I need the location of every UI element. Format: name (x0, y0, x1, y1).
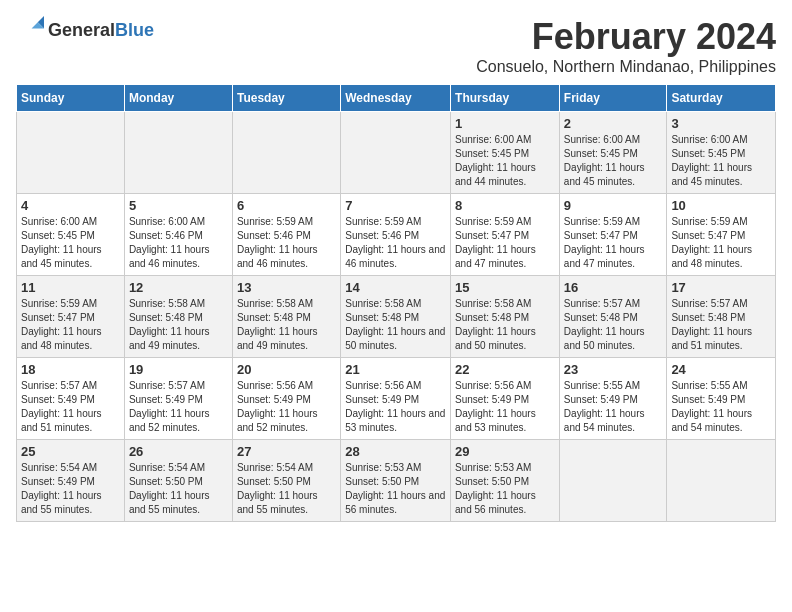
table-row: 2 Sunrise: 6:00 AMSunset: 5:45 PMDayligh… (559, 112, 667, 194)
calendar-week-row: 1 Sunrise: 6:00 AMSunset: 5:45 PMDayligh… (17, 112, 776, 194)
day-detail: Sunrise: 5:58 AMSunset: 5:48 PMDaylight:… (455, 298, 536, 351)
header-friday: Friday (559, 85, 667, 112)
header-sunday: Sunday (17, 85, 125, 112)
table-row (232, 112, 340, 194)
table-row: 15 Sunrise: 5:58 AMSunset: 5:48 PMDaylig… (451, 276, 560, 358)
day-number: 27 (237, 444, 336, 459)
header: GeneralBlue February 2024 Consuelo, Nort… (16, 16, 776, 76)
header-tuesday: Tuesday (232, 85, 340, 112)
table-row (559, 440, 667, 522)
calendar-week-row: 18 Sunrise: 5:57 AMSunset: 5:49 PMDaylig… (17, 358, 776, 440)
logo-blue: Blue (115, 20, 154, 40)
day-detail: Sunrise: 5:58 AMSunset: 5:48 PMDaylight:… (345, 298, 445, 351)
day-detail: Sunrise: 5:57 AMSunset: 5:48 PMDaylight:… (671, 298, 752, 351)
day-detail: Sunrise: 5:57 AMSunset: 5:49 PMDaylight:… (129, 380, 210, 433)
table-row: 9 Sunrise: 5:59 AMSunset: 5:47 PMDayligh… (559, 194, 667, 276)
table-row: 29 Sunrise: 5:53 AMSunset: 5:50 PMDaylig… (451, 440, 560, 522)
day-number: 5 (129, 198, 228, 213)
day-detail: Sunrise: 5:56 AMSunset: 5:49 PMDaylight:… (455, 380, 536, 433)
day-number: 11 (21, 280, 120, 295)
day-number: 15 (455, 280, 555, 295)
table-row: 23 Sunrise: 5:55 AMSunset: 5:49 PMDaylig… (559, 358, 667, 440)
table-row: 25 Sunrise: 5:54 AMSunset: 5:49 PMDaylig… (17, 440, 125, 522)
table-row: 6 Sunrise: 5:59 AMSunset: 5:46 PMDayligh… (232, 194, 340, 276)
day-number: 8 (455, 198, 555, 213)
table-row: 26 Sunrise: 5:54 AMSunset: 5:50 PMDaylig… (124, 440, 232, 522)
table-row: 19 Sunrise: 5:57 AMSunset: 5:49 PMDaylig… (124, 358, 232, 440)
day-detail: Sunrise: 5:59 AMSunset: 5:47 PMDaylight:… (21, 298, 102, 351)
table-row (17, 112, 125, 194)
table-row: 8 Sunrise: 5:59 AMSunset: 5:47 PMDayligh… (451, 194, 560, 276)
title-area: February 2024 Consuelo, Northern Mindana… (476, 16, 776, 76)
day-detail: Sunrise: 5:56 AMSunset: 5:49 PMDaylight:… (345, 380, 445, 433)
day-number: 22 (455, 362, 555, 377)
day-number: 7 (345, 198, 446, 213)
month-title: February 2024 (476, 16, 776, 58)
table-row: 20 Sunrise: 5:56 AMSunset: 5:49 PMDaylig… (232, 358, 340, 440)
days-header-row: Sunday Monday Tuesday Wednesday Thursday… (17, 85, 776, 112)
day-detail: Sunrise: 6:00 AMSunset: 5:45 PMDaylight:… (671, 134, 752, 187)
table-row: 28 Sunrise: 5:53 AMSunset: 5:50 PMDaylig… (341, 440, 451, 522)
day-detail: Sunrise: 5:55 AMSunset: 5:49 PMDaylight:… (671, 380, 752, 433)
table-row: 11 Sunrise: 5:59 AMSunset: 5:47 PMDaylig… (17, 276, 125, 358)
logo: GeneralBlue (16, 16, 154, 44)
header-thursday: Thursday (451, 85, 560, 112)
day-number: 3 (671, 116, 771, 131)
day-number: 6 (237, 198, 336, 213)
table-row: 21 Sunrise: 5:56 AMSunset: 5:49 PMDaylig… (341, 358, 451, 440)
day-detail: Sunrise: 5:56 AMSunset: 5:49 PMDaylight:… (237, 380, 318, 433)
day-detail: Sunrise: 5:53 AMSunset: 5:50 PMDaylight:… (345, 462, 445, 515)
table-row: 24 Sunrise: 5:55 AMSunset: 5:49 PMDaylig… (667, 358, 776, 440)
day-detail: Sunrise: 6:00 AMSunset: 5:45 PMDaylight:… (564, 134, 645, 187)
day-number: 24 (671, 362, 771, 377)
table-row (667, 440, 776, 522)
day-number: 13 (237, 280, 336, 295)
table-row: 10 Sunrise: 5:59 AMSunset: 5:47 PMDaylig… (667, 194, 776, 276)
table-row: 17 Sunrise: 5:57 AMSunset: 5:48 PMDaylig… (667, 276, 776, 358)
day-detail: Sunrise: 5:59 AMSunset: 5:47 PMDaylight:… (455, 216, 536, 269)
table-row: 16 Sunrise: 5:57 AMSunset: 5:48 PMDaylig… (559, 276, 667, 358)
day-number: 20 (237, 362, 336, 377)
logo-text: GeneralBlue (48, 20, 154, 41)
table-row: 13 Sunrise: 5:58 AMSunset: 5:48 PMDaylig… (232, 276, 340, 358)
table-row: 22 Sunrise: 5:56 AMSunset: 5:49 PMDaylig… (451, 358, 560, 440)
table-row (124, 112, 232, 194)
day-number: 18 (21, 362, 120, 377)
table-row (341, 112, 451, 194)
table-row: 14 Sunrise: 5:58 AMSunset: 5:48 PMDaylig… (341, 276, 451, 358)
table-row: 7 Sunrise: 5:59 AMSunset: 5:46 PMDayligh… (341, 194, 451, 276)
table-row: 3 Sunrise: 6:00 AMSunset: 5:45 PMDayligh… (667, 112, 776, 194)
day-number: 19 (129, 362, 228, 377)
day-detail: Sunrise: 5:57 AMSunset: 5:48 PMDaylight:… (564, 298, 645, 351)
day-detail: Sunrise: 5:57 AMSunset: 5:49 PMDaylight:… (21, 380, 102, 433)
table-row: 12 Sunrise: 5:58 AMSunset: 5:48 PMDaylig… (124, 276, 232, 358)
header-wednesday: Wednesday (341, 85, 451, 112)
header-saturday: Saturday (667, 85, 776, 112)
day-number: 25 (21, 444, 120, 459)
day-detail: Sunrise: 6:00 AMSunset: 5:45 PMDaylight:… (455, 134, 536, 187)
day-number: 21 (345, 362, 446, 377)
day-number: 16 (564, 280, 663, 295)
day-detail: Sunrise: 5:54 AMSunset: 5:50 PMDaylight:… (237, 462, 318, 515)
day-detail: Sunrise: 5:53 AMSunset: 5:50 PMDaylight:… (455, 462, 536, 515)
calendar-week-row: 11 Sunrise: 5:59 AMSunset: 5:47 PMDaylig… (17, 276, 776, 358)
day-detail: Sunrise: 5:54 AMSunset: 5:49 PMDaylight:… (21, 462, 102, 515)
day-number: 14 (345, 280, 446, 295)
day-detail: Sunrise: 5:55 AMSunset: 5:49 PMDaylight:… (564, 380, 645, 433)
table-row: 27 Sunrise: 5:54 AMSunset: 5:50 PMDaylig… (232, 440, 340, 522)
calendar-week-row: 25 Sunrise: 5:54 AMSunset: 5:49 PMDaylig… (17, 440, 776, 522)
logo-general: General (48, 20, 115, 40)
day-number: 4 (21, 198, 120, 213)
day-number: 26 (129, 444, 228, 459)
day-number: 1 (455, 116, 555, 131)
day-detail: Sunrise: 6:00 AMSunset: 5:45 PMDaylight:… (21, 216, 102, 269)
day-number: 28 (345, 444, 446, 459)
day-detail: Sunrise: 5:59 AMSunset: 5:46 PMDaylight:… (345, 216, 445, 269)
table-row: 4 Sunrise: 6:00 AMSunset: 5:45 PMDayligh… (17, 194, 125, 276)
day-detail: Sunrise: 6:00 AMSunset: 5:46 PMDaylight:… (129, 216, 210, 269)
logo-icon (16, 16, 44, 44)
day-number: 17 (671, 280, 771, 295)
day-number: 9 (564, 198, 663, 213)
day-detail: Sunrise: 5:58 AMSunset: 5:48 PMDaylight:… (237, 298, 318, 351)
location-title: Consuelo, Northern Mindanao, Philippines (476, 58, 776, 76)
